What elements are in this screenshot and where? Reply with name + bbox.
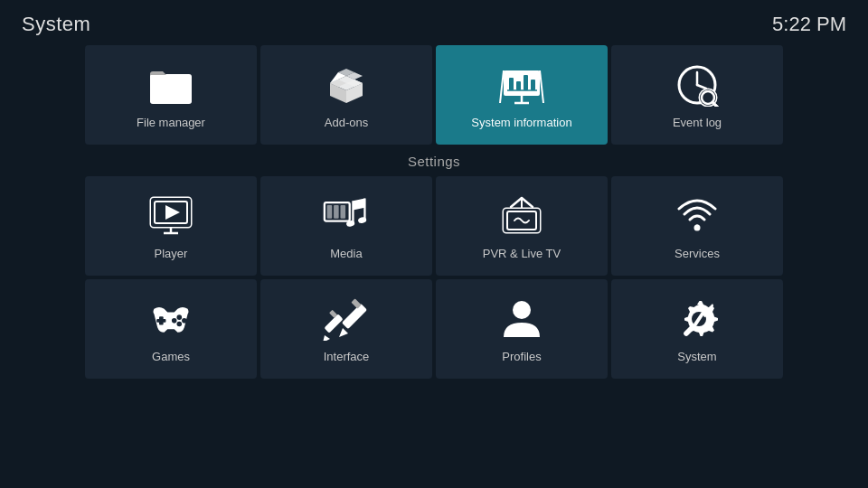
svg-rect-46 (342, 303, 367, 328)
svg-rect-26 (327, 204, 333, 218)
header: System 5:22 PM (0, 0, 868, 45)
svg-line-34 (522, 198, 533, 207)
svg-point-42 (177, 314, 183, 320)
svg-line-18 (712, 102, 717, 107)
svg-marker-50 (323, 335, 330, 341)
svg-point-44 (177, 321, 183, 326)
clock: 5:22 PM (772, 13, 846, 36)
tile-add-ons[interactable]: Add-ons (260, 45, 432, 145)
add-ons-label: Add-ons (325, 116, 368, 129)
event-log-label: Event log (673, 116, 722, 129)
file-manager-icon (147, 61, 194, 108)
system-label: System (677, 350, 716, 363)
tile-games[interactable]: Games (85, 279, 257, 379)
player-icon (147, 192, 194, 239)
svg-line-33 (511, 198, 522, 207)
svg-line-13 (697, 85, 706, 89)
svg-rect-6 (509, 78, 514, 90)
games-icon (147, 296, 194, 343)
settings-section-label: Settings (0, 154, 868, 169)
page-title: System (22, 13, 90, 36)
tile-system[interactable]: System (611, 279, 783, 379)
top-row: File manager Add-ons (0, 45, 868, 145)
svg-marker-47 (339, 328, 348, 337)
tile-profiles[interactable]: Profiles (436, 279, 608, 379)
games-label: Games (152, 350, 190, 363)
event-log-icon (674, 61, 721, 108)
player-label: Player (155, 247, 188, 260)
interface-label: Interface (324, 350, 370, 363)
system-icon (674, 296, 721, 343)
settings-row-2: Games Interface Profiles (0, 279, 868, 379)
svg-point-52 (513, 301, 531, 319)
svg-rect-7 (516, 81, 521, 90)
tile-services[interactable]: Services (611, 176, 783, 276)
svg-point-45 (172, 318, 177, 324)
svg-rect-27 (334, 204, 339, 218)
svg-point-39 (694, 224, 701, 230)
media-label: Media (330, 247, 362, 260)
profiles-icon (498, 296, 545, 343)
svg-rect-28 (341, 204, 346, 218)
svg-line-4 (500, 70, 504, 103)
services-icon (674, 192, 721, 239)
pvr-label: PVR & Live TV (483, 247, 561, 260)
svg-point-43 (182, 318, 187, 324)
media-icon (323, 192, 370, 239)
tile-media[interactable]: Media (260, 176, 432, 276)
system-information-icon (498, 61, 545, 108)
tile-pvr[interactable]: PVR & Live TV (436, 176, 608, 276)
settings-row-1: Player Media (0, 176, 868, 276)
svg-line-5 (540, 70, 543, 103)
add-ons-icon (323, 61, 370, 108)
file-manager-label: File manager (137, 116, 205, 129)
interface-icon (323, 296, 370, 343)
services-label: Services (675, 247, 720, 260)
system-information-label: System information (471, 116, 571, 129)
tile-event-log[interactable]: Event log (611, 45, 783, 145)
svg-rect-41 (156, 319, 165, 323)
tile-interface[interactable]: Interface (260, 279, 432, 379)
pvr-icon (498, 192, 545, 239)
profiles-label: Profiles (502, 350, 541, 363)
svg-rect-9 (531, 80, 535, 90)
tile-player[interactable]: Player (85, 176, 257, 276)
tile-system-information[interactable]: System information (436, 45, 608, 145)
tile-file-manager[interactable]: File manager (85, 45, 257, 145)
svg-rect-8 (524, 75, 528, 90)
